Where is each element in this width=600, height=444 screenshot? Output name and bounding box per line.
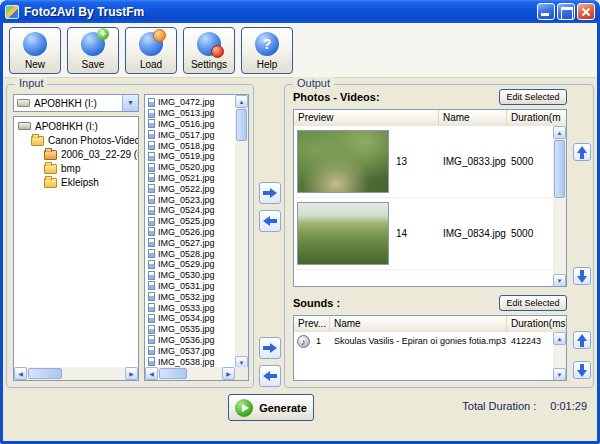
photo-row[interactable]: 14IMG_0834.jpg5000 bbox=[294, 198, 553, 270]
add-photo-button[interactable] bbox=[259, 182, 281, 204]
scroll-up-button[interactable] bbox=[553, 126, 566, 139]
new-icon bbox=[23, 32, 47, 56]
drive-combobox-value: APO8HKH (I:) bbox=[34, 98, 118, 109]
file-list-item[interactable]: IMG_0530.jpg bbox=[146, 270, 235, 281]
file-list-item[interactable]: IMG_0513.jpg bbox=[146, 108, 235, 119]
move-photo-up-button[interactable] bbox=[573, 143, 591, 161]
tree-item[interactable]: 2006_03_22-29 (rethymno) bbox=[14, 147, 138, 161]
scroll-down-button[interactable] bbox=[553, 274, 566, 287]
file-name: IMG_0527.jpg bbox=[158, 238, 215, 248]
tree-item[interactable]: APO8HKH (I:) bbox=[14, 119, 138, 133]
tree-item[interactable]: bmp bbox=[14, 161, 138, 175]
edit-selected-photos-button[interactable]: Edit Selected bbox=[499, 89, 567, 105]
jpg-file-icon bbox=[148, 206, 155, 215]
scroll-up-button[interactable] bbox=[553, 332, 566, 345]
toolbar-button-load[interactable]: Load bbox=[125, 27, 177, 74]
move-sound-down-button[interactable] bbox=[573, 361, 591, 379]
toolbar-button-settings[interactable]: Settings bbox=[183, 27, 235, 74]
file-list-item[interactable]: IMG_0532.jpg bbox=[146, 291, 235, 302]
jpg-file-icon bbox=[148, 281, 155, 290]
move-photo-down-button[interactable] bbox=[573, 267, 591, 285]
generate-button[interactable]: Generate bbox=[228, 394, 314, 421]
scrollbar-thumb[interactable] bbox=[554, 140, 565, 198]
file-list-item[interactable]: IMG_0533.jpg bbox=[146, 302, 235, 313]
file-list-item[interactable]: IMG_0522.jpg bbox=[146, 183, 235, 194]
titlebar[interactable]: Foto2Avi By TrustFm bbox=[0, 0, 600, 23]
photo-row[interactable]: 13IMG_0833.jpg5000 bbox=[294, 126, 553, 198]
jpg-file-icon bbox=[148, 130, 155, 139]
scroll-left-button[interactable] bbox=[14, 367, 27, 380]
file-list-item[interactable]: IMG_0520.jpg bbox=[146, 162, 235, 173]
sounds-vertical-scrollbar[interactable] bbox=[553, 332, 566, 381]
file-list-item[interactable]: IMG_0531.jpg bbox=[146, 281, 235, 292]
add-sound-button[interactable] bbox=[259, 337, 281, 359]
edit-selected-sounds-button[interactable]: Edit Selected bbox=[499, 295, 567, 311]
scroll-right-button[interactable] bbox=[222, 367, 235, 380]
scrollbar-thumb[interactable] bbox=[28, 368, 62, 379]
toolbar-button-label: Settings bbox=[191, 59, 227, 70]
file-list-item[interactable]: IMG_0523.jpg bbox=[146, 194, 235, 205]
move-sound-up-button[interactable] bbox=[573, 331, 591, 349]
toolbar-button-new[interactable]: New bbox=[9, 27, 61, 74]
file-name: IMG_0537.jpg bbox=[158, 346, 215, 356]
photos-column-header[interactable]: Duration(m bbox=[507, 110, 567, 126]
photos-vertical-scrollbar[interactable] bbox=[553, 126, 566, 287]
remove-sound-button[interactable] bbox=[259, 365, 281, 387]
tree-item[interactable]: Ekleipsh bbox=[14, 175, 138, 189]
sounds-column-header[interactable]: Name bbox=[330, 316, 507, 332]
scroll-up-button[interactable] bbox=[235, 95, 248, 108]
settings-icon bbox=[197, 32, 221, 56]
toolbar-button-save[interactable]: Save bbox=[67, 27, 119, 74]
file-list-item[interactable]: IMG_0529.jpg bbox=[146, 259, 235, 270]
file-list-item[interactable]: IMG_0519.jpg bbox=[146, 151, 235, 162]
scrollbar-thumb[interactable] bbox=[236, 109, 247, 141]
file-list-item[interactable]: IMG_0538.jpg bbox=[146, 356, 235, 367]
sounds-column-header[interactable]: Duration(ms) bbox=[507, 316, 567, 332]
file-list-item[interactable]: IMG_0527.jpg bbox=[146, 237, 235, 248]
file-list-item[interactable]: IMG_0525.jpg bbox=[146, 216, 235, 227]
file-list-item[interactable]: IMG_0521.jpg bbox=[146, 173, 235, 184]
file-list-item[interactable]: IMG_0536.jpg bbox=[146, 335, 235, 346]
file-list-item[interactable]: IMG_0517.jpg bbox=[146, 129, 235, 140]
sound-row[interactable]: 1Skoulas Vasilis - Epiran oi gonies foti… bbox=[294, 332, 553, 352]
tree-horizontal-scrollbar[interactable] bbox=[14, 367, 138, 380]
combobox-dropdown-button[interactable] bbox=[122, 95, 138, 111]
scroll-left-button[interactable] bbox=[145, 367, 158, 380]
arrow-left-icon bbox=[263, 216, 277, 226]
file-list-item[interactable]: IMG_0537.jpg bbox=[146, 345, 235, 356]
file-name: IMG_0519.jpg bbox=[158, 151, 215, 161]
file-list-item[interactable]: IMG_0526.jpg bbox=[146, 227, 235, 238]
toolbar-button-label: Save bbox=[82, 59, 105, 70]
photos-column-header[interactable]: Name bbox=[439, 110, 507, 126]
jpg-file-icon bbox=[148, 152, 155, 161]
photos-column-header[interactable]: Preview bbox=[294, 110, 439, 126]
tree-item-label: 2006_03_22-29 (rethymno) bbox=[61, 149, 138, 160]
minimize-button[interactable] bbox=[537, 3, 555, 20]
file-name: IMG_0525.jpg bbox=[158, 216, 215, 226]
jpg-file-icon bbox=[148, 249, 155, 258]
file-name: IMG_0523.jpg bbox=[158, 195, 215, 205]
sounds-column-header[interactable]: Prev... bbox=[294, 316, 330, 332]
file-list-item[interactable]: IMG_0528.jpg bbox=[146, 248, 235, 259]
file-list-item[interactable]: IMG_0518.jpg bbox=[146, 140, 235, 151]
file-list-item[interactable]: IMG_0472.jpg bbox=[146, 97, 235, 108]
tree-item[interactable]: Canon Photos-Videos bbox=[14, 133, 138, 147]
file-name: IMG_0472.jpg bbox=[158, 97, 215, 107]
file-list-item[interactable]: IMG_0535.jpg bbox=[146, 324, 235, 335]
scrollbar-thumb[interactable] bbox=[159, 368, 187, 379]
scroll-down-button[interactable] bbox=[553, 368, 566, 381]
file-name: IMG_0529.jpg bbox=[158, 259, 215, 269]
scroll-right-button[interactable] bbox=[125, 367, 138, 380]
file-list-item[interactable]: IMG_0534.jpg bbox=[146, 313, 235, 324]
drive-combobox[interactable]: APO8HKH (I:) bbox=[13, 94, 139, 112]
file-list-horizontal-scrollbar[interactable] bbox=[145, 367, 235, 380]
toolbar-button-label: Load bbox=[140, 59, 162, 70]
remove-photo-button[interactable] bbox=[259, 210, 281, 232]
file-list-vertical-scrollbar[interactable] bbox=[235, 95, 248, 369]
toolbar-button-help[interactable]: ?Help bbox=[241, 27, 293, 74]
file-list-item[interactable]: IMG_0524.jpg bbox=[146, 205, 235, 216]
file-list-item[interactable]: IMG_0516.jpg bbox=[146, 119, 235, 130]
maximize-button[interactable] bbox=[557, 3, 575, 20]
total-duration-label: Total Duration : bbox=[462, 400, 536, 412]
close-button[interactable] bbox=[577, 3, 595, 20]
